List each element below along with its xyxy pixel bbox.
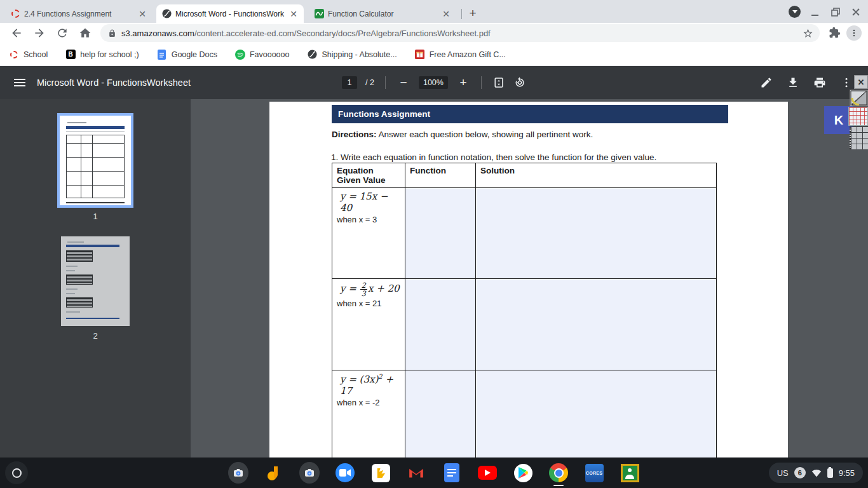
globe-favicon-icon — [161, 9, 172, 19]
tab-search-icon[interactable] — [789, 6, 801, 18]
close-window-icon[interactable] — [850, 6, 862, 18]
zoom-app-icon[interactable] — [335, 463, 355, 483]
zoom-in-icon[interactable]: + — [456, 76, 470, 90]
minimize-window-icon[interactable] — [810, 6, 821, 18]
pdf-toolbar: Microsoft Word - FunctionsWorksheet 1 / … — [0, 66, 868, 99]
pdf-viewer[interactable]: Functions Assignment Directions: Answer … — [191, 99, 868, 458]
google-classroom-app-icon[interactable] — [620, 463, 640, 483]
kami-app-icon[interactable] — [370, 463, 391, 483]
status-tray[interactable]: US 6 9:55 — [769, 463, 863, 483]
restore-window-icon[interactable] — [830, 6, 841, 18]
camera-app-icon[interactable] — [228, 463, 248, 483]
bookmark-google-docs[interactable]: Google Docs — [157, 50, 217, 60]
tab-functions-assignment[interactable]: 2.4 Functions Assignment ✕ — [5, 4, 153, 23]
tab-title: Microsoft Word - FunctionsWork — [175, 10, 285, 18]
clock: 9:55 — [839, 468, 855, 478]
address-bar[interactable]: s3.amazonaws.com/content.accelerate-ed.c… — [100, 24, 820, 42]
active-app-indicator — [553, 485, 564, 486]
close-tab-icon[interactable]: ✕ — [441, 9, 451, 19]
chrome-app-icon[interactable] — [548, 463, 569, 483]
browser-toolbar: s3.amazonaws.com/content.accelerate-ed.c… — [0, 23, 868, 43]
header-function: Function — [405, 163, 476, 188]
home-icon[interactable] — [79, 27, 92, 39]
question-text: 1. Write each equation in function notat… — [331, 152, 656, 162]
overlay-triangle-tool-icon[interactable] — [850, 90, 868, 106]
keyboard-layout: US — [777, 468, 789, 478]
rotate-icon[interactable] — [513, 76, 526, 89]
launcher-button[interactable] — [5, 461, 28, 484]
tab-title: 2.4 Functions Assignment — [24, 10, 133, 18]
header-solution: Solution — [476, 163, 717, 188]
spotify-icon — [235, 50, 245, 60]
reload-icon[interactable] — [56, 27, 69, 39]
close-tab-icon[interactable]: ✕ — [288, 9, 299, 19]
bookmark-shipping[interactable]: Shipping - Absolute... — [307, 50, 397, 60]
pdf-more-options-icon[interactable] — [840, 76, 853, 89]
function-cell[interactable] — [405, 279, 476, 370]
forward-icon[interactable] — [33, 27, 46, 39]
cores-app-icon[interactable]: CORES — [584, 463, 604, 483]
screen: 2.4 Functions Assignment ✕ Microsoft Wor… — [0, 0, 868, 488]
pdf-thumbnail-sidebar: 1 2 — [0, 99, 191, 458]
overlay-table-grid-icon[interactable] — [850, 126, 868, 149]
url-domain: s3.amazonaws.com — [121, 29, 194, 38]
gift-icon — [415, 50, 425, 60]
zoom-level[interactable]: 100% — [419, 76, 448, 89]
brainly-icon: B — [65, 50, 76, 60]
print-icon[interactable] — [813, 76, 826, 89]
extensions-puzzle-icon[interactable] — [829, 27, 841, 39]
browser-menu-icon[interactable] — [846, 25, 862, 41]
tab-function-calculator[interactable]: Function Calculator ✕ — [309, 4, 456, 23]
close-tab-icon[interactable]: ✕ — [137, 9, 147, 19]
back-icon[interactable] — [10, 27, 23, 39]
dashed-circle-favicon-icon — [10, 9, 20, 19]
notification-count-badge: 6 — [794, 467, 806, 478]
bookmark-amazon-gift[interactable]: Free Amazon Gift C... — [415, 50, 506, 60]
page-1-thumbnail[interactable] — [57, 113, 133, 208]
bookmark-school[interactable]: School — [9, 50, 48, 60]
download-icon[interactable] — [787, 76, 799, 89]
lock-icon — [108, 29, 116, 37]
gmail-app-icon[interactable] — [406, 463, 426, 483]
table-row: y = 23x + 20 when x = 21 — [332, 279, 717, 370]
function-cell[interactable] — [405, 188, 476, 279]
annotate-pencil-icon[interactable] — [760, 76, 773, 89]
page-2-label: 2 — [57, 331, 133, 341]
solution-cell[interactable] — [476, 370, 717, 458]
equation-cell: y = 23x + 20 when x = 21 — [332, 279, 405, 370]
shelf: CORES US 6 9:55 — [0, 458, 868, 488]
function-cell[interactable] — [405, 370, 476, 458]
directions-text: Directions: Answer each question below, … — [332, 130, 593, 139]
document-header-bar: Functions Assignment — [332, 105, 728, 123]
globe-icon — [307, 50, 317, 60]
bookmark-star-icon[interactable] — [803, 28, 813, 39]
fit-to-page-icon[interactable] — [492, 76, 505, 89]
tab-functions-worksheet-pdf[interactable]: Microsoft Word - FunctionsWork ✕ — [156, 4, 304, 23]
tab-separator — [461, 9, 462, 19]
pdf-content-area: 1 2 Functions Assignment Directions: Ans… — [0, 99, 868, 458]
desmos-favicon-icon — [314, 9, 324, 19]
bookmark-spotify[interactable]: Favoooooo — [235, 50, 290, 60]
table-header-row: EquationGiven Value Function Solution — [332, 163, 717, 188]
google-docs-app-icon[interactable] — [442, 463, 462, 483]
zoom-out-icon[interactable]: − — [397, 76, 410, 90]
solution-cell[interactable] — [476, 188, 717, 279]
pdf-actions — [760, 76, 853, 89]
overlay-graph-paper-icon[interactable] — [848, 107, 868, 126]
dashed-circle-icon — [9, 50, 19, 60]
youtube-app-icon[interactable] — [477, 463, 498, 483]
equation-cell: y = (3x)2 + 17 when x = -2 — [332, 370, 405, 458]
url-text: s3.amazonaws.com/content.accelerate-ed.c… — [121, 29, 803, 38]
tab-strip: 2.4 Functions Assignment ✕ Microsoft Wor… — [0, 0, 868, 23]
jamboard-app-icon[interactable] — [264, 463, 284, 483]
new-tab-button[interactable]: + — [466, 6, 480, 20]
pdf-menu-icon[interactable] — [14, 79, 25, 86]
equation-cell: y = 15x − 40 when x = 3 — [332, 188, 405, 279]
google-play-app-icon[interactable] — [513, 463, 533, 483]
screen-capture-app-icon[interactable] — [299, 463, 320, 483]
overlay-close-icon[interactable]: ✕ — [854, 75, 868, 89]
solution-cell[interactable] — [476, 279, 717, 370]
page-number-input[interactable]: 1 — [342, 76, 357, 89]
page-2-thumbnail[interactable] — [61, 236, 130, 326]
bookmark-help-for-school[interactable]: B help for school ;) — [65, 50, 139, 60]
